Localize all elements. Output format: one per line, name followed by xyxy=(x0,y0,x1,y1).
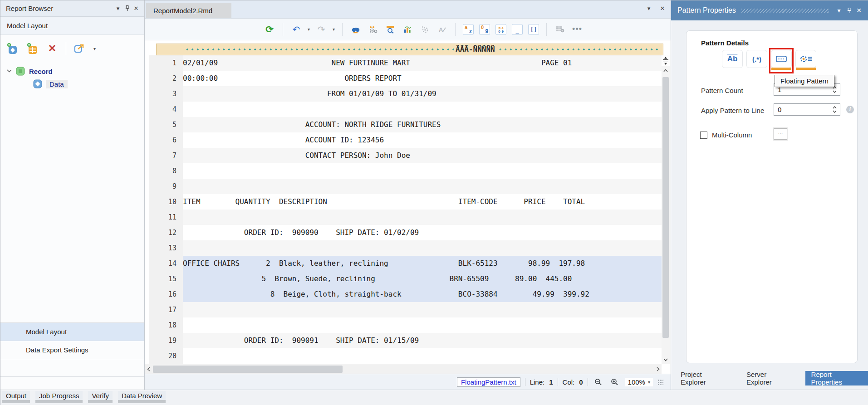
line-text[interactable] xyxy=(183,302,662,317)
find-binoculars-icon[interactable] xyxy=(350,24,362,35)
line-text[interactable] xyxy=(183,179,662,194)
spin-down-icon[interactable] xyxy=(833,110,837,113)
chevron-down-icon[interactable]: ▾ xyxy=(113,5,123,13)
gear-disabled-icon[interactable] xyxy=(419,24,431,35)
tab-verify[interactable]: Verify xyxy=(88,391,113,403)
line-text[interactable]: ORDER ID: 909091 SHIP DATE: 01/15/09 xyxy=(183,333,662,348)
report-line[interactable]: 4 xyxy=(145,102,662,117)
chevron-down-icon[interactable]: ▾ xyxy=(834,6,844,15)
line-text[interactable] xyxy=(183,102,662,117)
line-text[interactable] xyxy=(183,240,662,256)
vertical-scroll-thumb[interactable] xyxy=(662,77,669,338)
apply-pattern-spinner[interactable] xyxy=(833,106,840,113)
report-line[interactable]: 10ITEM QUANTITY DESCRIPTION ITEM-CODE PR… xyxy=(145,194,662,210)
redo-dropdown-caret[interactable]: ▾ xyxy=(333,27,335,32)
tab-project-explorer[interactable]: Project Explorer xyxy=(675,371,733,385)
horizontal-scrollbar[interactable] xyxy=(145,364,662,374)
refresh-icon[interactable]: ⟳ xyxy=(264,24,275,35)
line-text[interactable]: CONTACT PERSON: John Doe xyxy=(183,148,662,163)
tab-output[interactable]: Output xyxy=(2,391,30,403)
report-line[interactable]: 200:00:00 ORDERS REPORT xyxy=(145,71,662,86)
toolbar-overflow-icon[interactable]: ••• xyxy=(571,24,583,35)
line-text[interactable]: OFFICE CHAIRS 2 Black, leather, reclinin… xyxy=(183,256,662,271)
mark-space-icon[interactable]: _ xyxy=(512,24,523,35)
view-button-data-export-settings[interactable]: Data Export Settings xyxy=(0,341,144,359)
pin-icon[interactable] xyxy=(123,5,132,13)
zoom-out-icon[interactable] xyxy=(593,376,604,388)
report-line[interactable]: 13 xyxy=(145,240,662,256)
splitter-handle-icon[interactable] xyxy=(662,55,670,66)
report-line[interactable]: 5 ACCOUNT: NORTH RIDGE FURNITURES xyxy=(145,117,662,132)
mark-alphanumeric-icon[interactable]: a-z0-9 xyxy=(495,24,506,35)
view-button-model-layout[interactable]: Model Layout xyxy=(0,322,144,341)
info-icon[interactable]: i xyxy=(846,106,854,113)
zoom-level-dropdown[interactable]: 100% ▾ xyxy=(625,378,653,386)
delete-button[interactable]: ✕ xyxy=(46,42,59,55)
spin-up-icon[interactable] xyxy=(833,106,837,109)
report-line[interactable]: 19 ORDER ID: 909091 SHIP DATE: 01/15/09 xyxy=(145,333,662,348)
report-line[interactable]: 6 ACCOUNT ID: 123456 xyxy=(145,132,662,148)
line-text[interactable]: 00:00:00 ORDERS REPORT xyxy=(183,71,662,86)
report-line[interactable]: 20 xyxy=(145,348,662,364)
letters-pattern-button[interactable]: Ab xyxy=(722,50,743,68)
line-text[interactable]: ORDER ID: 909090 SHIP DATE: 01/02/09 xyxy=(183,225,662,240)
report-line-highlighted[interactable]: 15 5 Brown, Suede, reclining BRN-65509 8… xyxy=(145,271,662,287)
preview-table-disabled-icon[interactable] xyxy=(554,24,566,35)
apply-pattern-to-line-input[interactable]: 0 xyxy=(774,103,840,116)
tab-server-explorer[interactable]: Server Explorer xyxy=(740,371,798,385)
source-file-link[interactable]: FloatingPattern.txt xyxy=(457,377,520,387)
pattern-ruler[interactable]: ÃÃÃ-ÑÑÑÑÑ xyxy=(156,44,663,55)
report-line[interactable]: 11 xyxy=(145,210,662,225)
undo-icon[interactable]: ↶ xyxy=(290,24,302,35)
document-list-chevron-icon[interactable]: ▾ xyxy=(644,4,653,12)
add-record-button[interactable] xyxy=(6,42,19,55)
line-text[interactable] xyxy=(183,210,662,225)
line-text[interactable] xyxy=(183,348,662,364)
scroll-down-icon[interactable] xyxy=(662,356,670,364)
report-line[interactable]: 17 xyxy=(145,302,662,317)
document-close-icon[interactable]: ✕ xyxy=(658,4,667,12)
report-line[interactable]: 18 xyxy=(145,317,662,333)
line-text[interactable]: 5 Brown, Suede, reclining BRN-65509 89.0… xyxy=(183,271,662,287)
spin-down-icon[interactable] xyxy=(833,90,837,93)
zoom-in-icon[interactable] xyxy=(609,376,621,388)
pattern-count-spinner[interactable] xyxy=(833,86,840,93)
regex-pattern-button[interactable]: (.*) xyxy=(746,50,767,68)
scroll-left-icon[interactable] xyxy=(145,364,152,374)
line-text[interactable]: ITEM QUANTITY DESCRIPTION ITEM-CODE PRIC… xyxy=(183,194,662,210)
line-text[interactable]: 02/01/09 NEW FURTINURE MART PAGE 01 xyxy=(183,55,662,71)
close-icon[interactable]: ✕ xyxy=(132,5,141,13)
report-line[interactable]: 8 xyxy=(145,163,662,179)
tab-report-properties[interactable]: Report Properties xyxy=(805,371,868,385)
export-button[interactable] xyxy=(74,42,86,55)
tab-data-preview[interactable]: Data Preview xyxy=(118,391,166,403)
line-text[interactable] xyxy=(183,317,662,333)
report-line-highlighted[interactable]: 14OFFICE CHAIRS 2 Black, leather, reclin… xyxy=(145,256,662,271)
report-line[interactable]: 9 xyxy=(145,179,662,194)
apply-pattern-to-line-value[interactable]: 0 xyxy=(774,106,833,113)
report-line[interactable]: 3 FROM 01/01/09 TO 01/31/09 xyxy=(145,86,662,102)
document-tab[interactable]: ReportModel2.Rmd xyxy=(146,3,231,18)
report-line[interactable]: 7 CONTACT PERSON: John Doe xyxy=(145,148,662,163)
close-icon[interactable]: ✕ xyxy=(854,6,864,15)
vertical-scrollbar[interactable] xyxy=(662,55,670,364)
mark-brackets-icon[interactable]: [ ] xyxy=(528,24,539,35)
report-line[interactable]: 12 ORDER ID: 909090 SHIP DATE: 01/02/09 xyxy=(145,225,662,240)
line-text[interactable]: FROM 01/01/09 TO 01/31/09 xyxy=(183,86,662,102)
line-text[interactable]: ACCOUNT ID: 123456 xyxy=(183,132,662,148)
export-dropdown-caret[interactable]: ▾ xyxy=(93,46,96,51)
tab-job-progress[interactable]: Job Progress xyxy=(35,391,83,403)
line-text[interactable]: ACCOUNT: NORTH RIDGE FURNITURES xyxy=(183,117,662,132)
pin-icon[interactable] xyxy=(844,6,854,15)
expand-chevron-icon[interactable] xyxy=(7,69,12,73)
line-text[interactable] xyxy=(183,163,662,179)
auto-create-fields-icon[interactable] xyxy=(367,24,379,35)
add-field-button[interactable] xyxy=(26,42,39,55)
font-edit-disabled-icon[interactable]: A xyxy=(436,24,448,35)
mark-alpha-icon[interactable]: az xyxy=(463,24,474,35)
scroll-right-icon[interactable] xyxy=(654,364,662,374)
auto-pattern-button[interactable] xyxy=(795,50,816,68)
floating-pattern-button[interactable] xyxy=(771,50,792,68)
scroll-up-icon[interactable] xyxy=(662,66,670,74)
mark-numeric-icon[interactable]: 09 xyxy=(479,24,490,35)
